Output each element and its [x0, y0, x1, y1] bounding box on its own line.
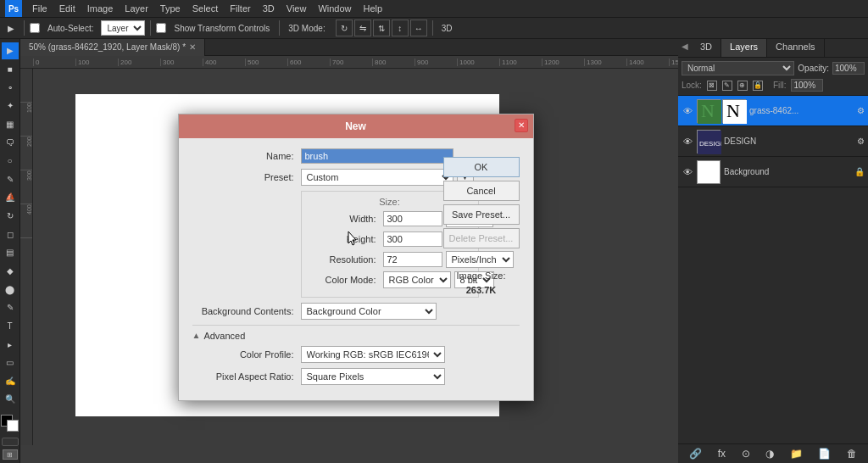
brush-tool[interactable]: ✎ — [2, 170, 19, 187]
bg-contents-select[interactable]: Background Color — [301, 303, 437, 320]
menu-layer[interactable]: Layer — [120, 2, 153, 15]
advanced-toggle[interactable]: ▲ Advanced — [192, 331, 520, 341]
layer-styles-btn[interactable]: fx — [718, 448, 726, 460]
heal-tool[interactable]: ○ — [2, 153, 19, 170]
tab-3d[interactable]: 3D — [692, 39, 721, 57]
link-layers-btn[interactable]: 🔗 — [689, 448, 702, 460]
svg-text:DESIGN: DESIGN — [699, 140, 721, 148]
delete-preset-button[interactable]: Delete Preset... — [443, 228, 520, 248]
transform-controls-checkbox[interactable] — [156, 23, 166, 33]
magic-wand-tool[interactable]: ✦ — [2, 98, 19, 114]
select-tool[interactable]: ■ — [2, 61, 19, 78]
menu-select[interactable]: Select — [187, 2, 224, 15]
tab-layers[interactable]: Layers — [721, 39, 767, 57]
3d-rotate-btn[interactable]: ↻ — [336, 20, 353, 36]
dialog-overlay: New ✕ OK Cancel Save Preset... Delete Pr… — [33, 69, 678, 445]
3d-pan-btn[interactable]: ⇅ — [373, 20, 390, 36]
preset-select[interactable]: Custom — [301, 169, 453, 186]
cancel-button[interactable]: Cancel — [443, 181, 520, 201]
ruler-v-mark: 300 — [20, 170, 32, 204]
layer-item[interactable]: 👁 DESIGN DESIGN ⚙ — [678, 126, 868, 157]
background-color[interactable] — [7, 420, 19, 432]
height-label: Height: — [309, 234, 376, 244]
gradient-tool[interactable]: ▤ — [2, 244, 19, 261]
layer-item[interactable]: 👁 Background 🔒 — [678, 157, 868, 187]
menu-edit[interactable]: Edit — [54, 2, 81, 15]
width-label: Width: — [309, 214, 376, 224]
layer-thumb-image — [697, 160, 721, 184]
lock-all-btn[interactable]: 🔒 — [753, 81, 763, 91]
lasso-tool[interactable]: ⚬ — [2, 79, 19, 96]
lock-position-btn[interactable]: ⊕ — [737, 81, 748, 91]
quick-mask-btn[interactable] — [2, 438, 19, 446]
layer-name: DESIGN — [724, 137, 854, 146]
tab-channels[interactable]: Channels — [767, 39, 824, 57]
delete-layer-btn[interactable]: 🗑 — [847, 448, 857, 460]
shape-tool[interactable]: ▭ — [2, 354, 19, 371]
crop-tool[interactable]: ▦ — [2, 116, 19, 133]
type-tool[interactable]: T — [2, 318, 19, 335]
eraser-tool[interactable]: ◻ — [2, 226, 19, 243]
pixel-aspect-select[interactable]: Square Pixels — [301, 368, 445, 385]
resolution-input[interactable] — [383, 252, 442, 267]
tab-close-icon[interactable]: ✕ — [189, 42, 196, 52]
add-mask-btn[interactable]: ⊙ — [742, 448, 750, 460]
hand-tool[interactable]: ✍ — [2, 373, 19, 390]
ruler-v-mark — [20, 69, 32, 103]
opacity-input[interactable] — [832, 62, 865, 75]
blur-tool[interactable]: ◆ — [2, 263, 19, 280]
stamp-tool[interactable]: ⛵ — [2, 189, 19, 206]
menu-view[interactable]: View — [281, 2, 312, 15]
toolbar-arrow-tool[interactable]: ▶ — [3, 21, 19, 36]
screen-mode-btn[interactable]: ⊞ — [3, 449, 18, 460]
new-layer-btn[interactable]: 📄 — [818, 448, 831, 460]
3d-roll-btn[interactable]: ⇋ — [354, 20, 371, 36]
layer-thumbnails: N N — [697, 99, 746, 123]
menu-image[interactable]: Image — [82, 2, 119, 15]
width-input[interactable] — [383, 211, 442, 226]
fill-input[interactable] — [791, 79, 823, 92]
menu-file[interactable]: File — [27, 2, 53, 15]
menu-window[interactable]: Window — [313, 2, 356, 15]
save-preset-button[interactable]: Save Preset... — [443, 204, 520, 225]
pixel-aspect-label: Pixel Aspect Ratio: — [192, 371, 294, 382]
dialog-close-button[interactable]: ✕ — [515, 119, 528, 132]
ruler-v-mark: 400 — [20, 204, 32, 238]
new-fill-layer-btn[interactable]: ◑ — [765, 448, 774, 460]
bg-contents-label: Background Contents: — [192, 306, 294, 316]
layer-item[interactable]: 👁 N N grass-8462... — [678, 96, 868, 126]
auto-select-dropdown[interactable]: Layer — [101, 20, 145, 36]
ok-button[interactable]: OK — [443, 157, 520, 177]
auto-select-checkbox[interactable] — [30, 23, 40, 33]
blend-mode-select[interactable]: Normal — [682, 61, 794, 75]
lock-transparent-btn[interactable]: ⊠ — [707, 81, 717, 91]
history-brush-tool[interactable]: ↻ — [2, 208, 19, 225]
menu-filter[interactable]: Filter — [225, 2, 255, 15]
menu-help[interactable]: Help — [359, 2, 388, 15]
3d-slide-btn[interactable]: ↕ — [392, 20, 409, 36]
path-selection-tool[interactable]: ▸ — [2, 336, 19, 353]
color-profile-select[interactable]: Working RGB: sRGB IEC61966-2.1 — [301, 346, 445, 363]
dodge-tool[interactable]: ⬤ — [2, 281, 19, 298]
pen-tool[interactable]: ✎ — [2, 299, 19, 316]
layer-visibility-eye[interactable]: 👁 — [682, 136, 693, 148]
new-group-btn[interactable]: 📁 — [790, 448, 803, 460]
eyedropper-tool[interactable]: 🗨 — [2, 134, 19, 151]
ruler-mark: 1300 — [584, 59, 626, 66]
move-tool[interactable]: ▶ — [2, 42, 19, 59]
menu-3d[interactable]: 3D — [258, 2, 280, 15]
mode-3d-label: 3D Mode: — [285, 24, 328, 33]
canvas-tab[interactable]: 50% (grass-84622_1920, Layer Mask/8) * ✕ — [20, 39, 205, 56]
menu-type[interactable]: Type — [155, 2, 186, 15]
zoom-tool[interactable]: 🔍 — [2, 391, 19, 408]
image-size-value: 263.7K — [443, 283, 520, 298]
color-mode-select[interactable]: RGB Color — [383, 271, 451, 288]
lock-image-btn[interactable]: ✎ — [722, 81, 732, 91]
height-input[interactable] — [383, 232, 442, 247]
layer-visibility-eye[interactable]: 👁 — [682, 166, 693, 178]
3d-scale-btn[interactable]: ↔ — [410, 20, 427, 36]
app-logo: Ps — [5, 0, 22, 17]
panel-expand-btn[interactable]: ◀ — [678, 39, 692, 57]
name-input[interactable] — [301, 148, 453, 164]
layer-visibility-eye[interactable]: 👁 — [682, 105, 693, 117]
